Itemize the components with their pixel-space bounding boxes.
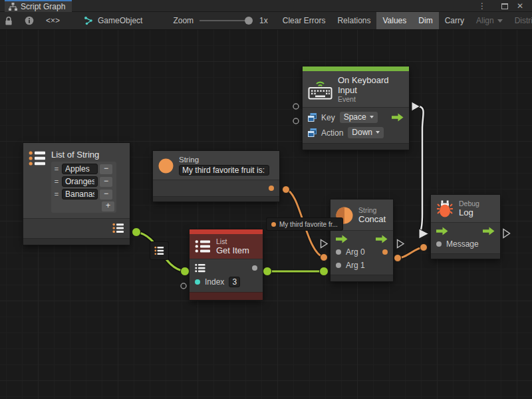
port-row-arg0: Arg 0 xyxy=(331,245,393,259)
value-preview-badge: My third favorite fr... xyxy=(267,218,342,230)
arg0-input-port[interactable] xyxy=(336,249,341,255)
list-item-input[interactable] xyxy=(62,189,98,200)
action-dropdown[interactable]: Down xyxy=(348,127,384,138)
item-output-port[interactable] xyxy=(252,265,257,271)
node-footer xyxy=(431,253,500,259)
gameobject-button[interactable]: GameObject xyxy=(78,12,148,29)
node-debug-log[interactable]: Debug Log Message xyxy=(431,195,500,259)
string-value-dot xyxy=(271,222,276,227)
node-string-literal[interactable]: String xyxy=(153,151,279,201)
port-row-key: Key Space xyxy=(303,110,409,125)
index-label: Index xyxy=(205,277,224,287)
drag-handle[interactable]: = xyxy=(53,165,60,173)
add-item-button-sibling remove-item-button[interactable]: − xyxy=(100,190,112,200)
tab-bar: Script Graph ⋮ ✕ xyxy=(0,0,532,12)
zoom-slider-knob[interactable] xyxy=(245,17,253,25)
list-item-row: = − xyxy=(53,176,114,187)
zoom-value: 1x xyxy=(256,12,274,29)
chevron-down-icon xyxy=(376,131,380,134)
window-menu-icon[interactable]: ⋮ xyxy=(476,0,488,12)
dim-button[interactable]: Dim xyxy=(412,12,438,29)
port-row-index: Index xyxy=(190,275,263,289)
node-title: Concat xyxy=(358,214,386,224)
arg0-label: Arg 0 xyxy=(346,247,365,257)
graph-toolbar: <×> GameObject Zoom 1x Clear Errors Rela… xyxy=(0,12,532,30)
clear-errors-button[interactable]: Clear Errors xyxy=(277,12,332,29)
lock-icon[interactable] xyxy=(0,12,19,29)
action-label: Action xyxy=(321,128,343,138)
index-input-port[interactable] xyxy=(195,279,200,285)
list-inline-editor: = − = − = − + xyxy=(51,162,116,213)
list-icon xyxy=(195,239,211,253)
node-footer xyxy=(303,143,409,150)
node-title: Get Item xyxy=(216,245,249,255)
info-icon[interactable] xyxy=(19,12,40,29)
maximize-icon[interactable] xyxy=(499,0,511,12)
distribute-dropdown[interactable]: Distribute xyxy=(509,12,532,29)
bug-icon xyxy=(436,200,454,217)
port-row-list-input xyxy=(190,261,263,275)
drag-handle[interactable]: = xyxy=(53,190,60,198)
drag-handle[interactable]: = xyxy=(53,178,60,186)
key-dropdown[interactable]: Space xyxy=(340,112,378,123)
list-icon xyxy=(154,246,164,255)
tab-script-graph[interactable]: Script Graph xyxy=(5,0,72,12)
value-preview-badge-list xyxy=(150,242,168,259)
zoom-slider[interactable] xyxy=(195,12,256,29)
list-input-port[interactable] xyxy=(195,263,205,273)
list-output-port[interactable] xyxy=(112,223,124,233)
arg1-input-port[interactable] xyxy=(336,263,341,268)
node-subtitle: String xyxy=(358,206,386,214)
message-input-port[interactable] xyxy=(436,241,442,247)
zoom-label: Zoom xyxy=(167,12,195,29)
node-concat[interactable]: String Concat Arg 0 Arg 1 xyxy=(331,200,393,281)
values-button[interactable]: Values xyxy=(376,12,412,29)
info-icon-glyph xyxy=(25,16,34,25)
node-title: On Keyboard Input xyxy=(338,75,404,95)
flow-out-port[interactable] xyxy=(376,235,388,243)
flow-out-port[interactable] xyxy=(483,227,495,235)
remove-item-button[interactable]: − xyxy=(100,177,112,187)
result-output-port[interactable] xyxy=(382,249,388,255)
lock-icon-glyph xyxy=(5,16,13,26)
flow-in-port[interactable] xyxy=(436,227,448,235)
arg1-label: Arg 1 xyxy=(346,261,365,270)
remove-item-button[interactable]: − xyxy=(100,164,112,174)
error-accent-bar xyxy=(190,229,263,234)
node-list-of-string[interactable]: List of String = − = − = xyxy=(23,143,130,245)
index-value-input[interactable] xyxy=(229,277,240,287)
node-footer xyxy=(23,238,130,245)
string-value-input[interactable] xyxy=(179,165,269,176)
list-item-input[interactable] xyxy=(62,176,98,187)
list-item-input[interactable] xyxy=(62,164,98,174)
node-title: Log xyxy=(459,207,479,217)
flow-in-port[interactable] xyxy=(336,235,348,243)
tab-title: Script Graph xyxy=(21,2,65,11)
string-icon xyxy=(158,158,174,174)
port-row-flow xyxy=(431,225,500,237)
port-row-arg1: Arg 1 xyxy=(331,259,393,272)
message-label: Message xyxy=(446,239,479,249)
code-icon: <×> xyxy=(46,16,60,25)
close-icon[interactable]: ✕ xyxy=(514,0,526,12)
align-dropdown[interactable]: Align xyxy=(470,12,509,29)
port-row-message: Message xyxy=(431,237,500,251)
zoom-slider-track[interactable] xyxy=(200,20,251,21)
port-row-string-output xyxy=(153,182,279,194)
add-item-button[interactable]: + xyxy=(102,201,114,211)
flow-out-port[interactable] xyxy=(392,113,404,122)
node-footer xyxy=(331,275,393,281)
node-get-item[interactable]: List Get Item Index xyxy=(190,229,263,300)
relations-button[interactable]: Relations xyxy=(331,12,376,29)
node-subtitle: Event xyxy=(338,95,404,103)
port-row-action: Action Down xyxy=(303,125,409,140)
node-footer xyxy=(153,196,279,201)
port-row-flow xyxy=(331,233,393,245)
chevron-down-icon xyxy=(497,19,503,23)
string-output-port[interactable] xyxy=(269,186,274,191)
node-on-keyboard-input[interactable]: On Keyboard Input Event Key Space xyxy=(303,66,409,150)
code-view-button[interactable]: <×> xyxy=(40,12,66,29)
carry-button[interactable]: Carry xyxy=(439,12,470,29)
node-subtitle: List xyxy=(216,237,249,245)
port-row-list-output xyxy=(23,221,130,235)
